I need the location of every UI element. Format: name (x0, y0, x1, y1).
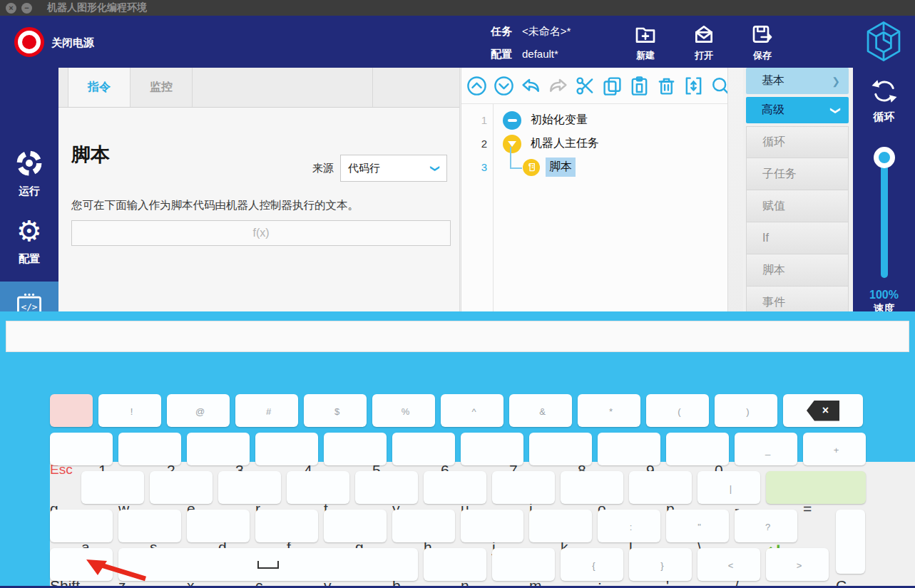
key-v[interactable]: v (324, 510, 387, 542)
power-button[interactable] (14, 27, 44, 57)
tab-monitor[interactable]: 监控 (131, 68, 193, 107)
key-7[interactable]: 7& (509, 394, 572, 427)
key-c[interactable]: C (836, 510, 865, 574)
key-e[interactable]: e (187, 433, 250, 465)
key-3[interactable]: 3# (235, 394, 298, 427)
delete-icon[interactable] (656, 76, 677, 96)
key-s[interactable]: s (150, 471, 213, 504)
program-tree: 1初始化变量2机器人主任务3脚本 (461, 104, 743, 179)
cut-icon[interactable] (575, 76, 595, 96)
key-comma[interactable]: ,< (697, 548, 760, 581)
key-slash[interactable]: /? (735, 510, 797, 542)
key-semicolon[interactable]: ;: (598, 510, 660, 542)
collapse-all-icon[interactable] (466, 76, 487, 96)
key-a[interactable]: a (81, 471, 144, 504)
key-k[interactable]: k (561, 471, 623, 504)
new-button[interactable]: 新建 (626, 21, 665, 62)
key-m[interactable]: m (529, 510, 592, 542)
script-code-input[interactable] (71, 220, 451, 246)
copy-icon[interactable] (602, 76, 623, 96)
tab-instruction[interactable]: 指令 (68, 68, 131, 107)
key-1[interactable]: 1! (98, 394, 161, 427)
source-select[interactable]: 代码行 ❯ (340, 155, 447, 182)
loop-icon[interactable] (869, 76, 899, 109)
sidebar-item-config[interactable]: ⚙配置 (0, 207, 58, 280)
key-u[interactable]: u (461, 433, 523, 465)
palette-item-脚本[interactable]: 脚本 (746, 254, 849, 287)
palette-item-赋值[interactable]: 赋值 (746, 190, 849, 222)
key-r[interactable]: r (255, 433, 318, 465)
key-space[interactable] (118, 548, 418, 581)
key-8[interactable]: 8* (578, 394, 640, 427)
window-titlebar: × − 机器人图形化编程环境 (0, 0, 915, 16)
tree-row[interactable]: 1初始化变量 (461, 108, 743, 132)
speed-slider-track[interactable] (881, 153, 888, 278)
key-l[interactable]: l (629, 471, 692, 504)
key-0[interactable]: 0) (715, 394, 777, 427)
key-x[interactable]: x (187, 510, 250, 542)
key-b[interactable]: b (392, 510, 455, 542)
key-period[interactable]: .> (766, 548, 829, 581)
open-button[interactable]: 打开 (685, 21, 723, 62)
key-n[interactable]: n (461, 510, 523, 542)
insert-icon[interactable] (683, 76, 704, 96)
config-field-label: 配置 (491, 48, 512, 61)
key-f[interactable]: f (287, 471, 349, 504)
key-j[interactable]: j (492, 471, 555, 504)
key-d[interactable]: d (218, 471, 281, 504)
save-icon (751, 21, 774, 48)
app-logo-icon (864, 20, 904, 63)
key-g[interactable]: g (355, 471, 418, 504)
key-5[interactable]: 5% (372, 394, 435, 427)
paste-icon[interactable] (629, 76, 650, 96)
key-bracket-right[interactable]: ]} (629, 548, 692, 581)
key-minus[interactable]: -_ (735, 433, 797, 465)
key-arrow-right[interactable]: ▶ (492, 548, 555, 581)
palette-item-子任务[interactable]: 子任务 (746, 158, 849, 190)
key-c[interactable]: c (255, 510, 318, 542)
key-q[interactable]: q (50, 433, 113, 465)
palette-group-advanced[interactable]: 高级 ❯ (746, 97, 849, 123)
key-4[interactable]: 4$ (304, 394, 367, 427)
key-equals[interactable]: =+ (803, 433, 866, 465)
key-6[interactable]: 6^ (441, 394, 503, 427)
key-z[interactable]: z (118, 510, 181, 542)
key-backspace[interactable]: × (783, 394, 863, 427)
palette-item-事件[interactable]: 事件 (746, 287, 849, 311)
sidebar-item-run[interactable]: 运行 (0, 139, 58, 209)
key-esc[interactable]: Esc (50, 394, 93, 427)
key-y[interactable]: y (392, 433, 455, 465)
expand-all-icon[interactable] (494, 76, 514, 96)
key-shift-label: { (592, 560, 595, 571)
palette-item-If[interactable]: If (746, 222, 849, 254)
window-minimize-button[interactable]: − (21, 3, 32, 14)
key-i[interactable]: i (529, 433, 592, 465)
palette-group-basic[interactable]: 基本 ❯ (746, 68, 849, 94)
key-quote[interactable]: '" (666, 510, 729, 542)
key-arrow-left[interactable]: ◀ (424, 548, 486, 581)
key-shift-label: " (697, 522, 701, 532)
key-enter[interactable]: ↵ (766, 471, 866, 504)
key-h[interactable]: h (424, 471, 486, 504)
tree-connector (510, 147, 522, 169)
tree-row[interactable]: 2机器人主任务 (461, 132, 743, 155)
save-button[interactable]: 保存 (743, 21, 782, 62)
key-backslash[interactable]: \| (697, 471, 760, 504)
key-o[interactable]: o (598, 433, 660, 465)
tree-row[interactable]: 3脚本 (461, 155, 743, 179)
save-button-label: 保存 (753, 49, 772, 62)
key-shift-label: % (402, 406, 410, 417)
palette-item-循环[interactable]: 循环 (746, 126, 849, 158)
window-close-button[interactable]: × (6, 3, 16, 14)
undo-icon[interactable] (521, 76, 541, 96)
key-t[interactable]: t (324, 433, 387, 465)
speed-slider-thumb[interactable] (874, 147, 895, 168)
key-shift[interactable]: Shift (50, 510, 113, 542)
keyboard-text-input[interactable] (6, 321, 909, 352)
key-2[interactable]: 2@ (167, 394, 230, 427)
key-w[interactable]: w (118, 433, 181, 465)
key-9[interactable]: 9( (646, 394, 709, 427)
key-p[interactable]: p (666, 433, 729, 465)
key-fx[interactable]: f(x) (50, 548, 113, 581)
key-bracket-left[interactable]: [{ (561, 548, 623, 581)
